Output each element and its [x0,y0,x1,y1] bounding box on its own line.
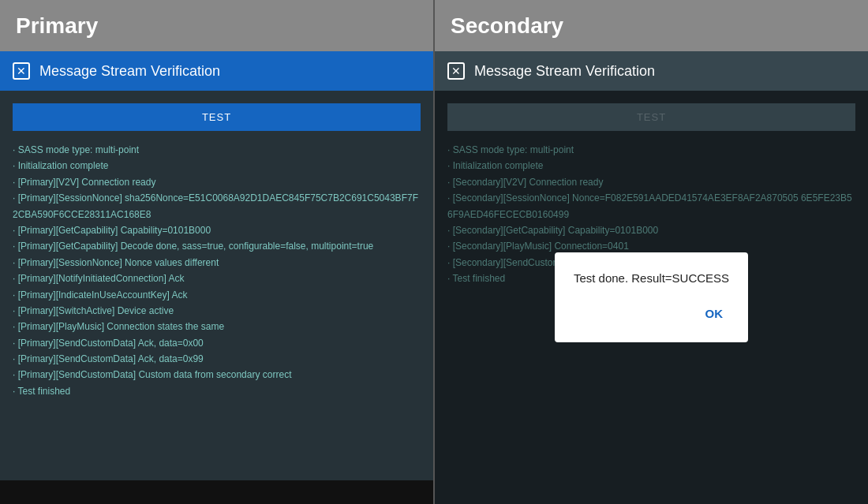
primary-close-button[interactable]: ✕ [13,62,30,80]
primary-dialog: ✕ Message Stream Verification TEST · SAS… [0,51,433,480]
primary-header: Primary [0,0,433,51]
primary-bottom-bar [0,480,433,504]
primary-panel: Primary ✕ Message Stream Verification TE… [0,0,435,504]
primary-dialog-title: Message Stream Verification [39,63,220,80]
secondary-panel: Secondary ✕ Message Stream Verification … [435,0,868,504]
secondary-dialog: ✕ Message Stream Verification TEST · SAS… [435,51,868,504]
primary-title: Primary [16,13,98,39]
secondary-dialog-body: TEST · SASS mode type: multi-point· Init… [435,91,868,504]
secondary-title: Secondary [451,13,563,39]
modal-ok-button[interactable]: OK [699,304,730,323]
modal-box: Test done. Result=SUCCESS OK [555,252,748,342]
modal-overlay: Test done. Result=SUCCESS OK [435,91,868,504]
secondary-dialog-titlebar: ✕ Message Stream Verification [435,51,868,91]
primary-dialog-titlebar: ✕ Message Stream Verification [0,51,433,91]
primary-log-area: · SASS mode type: multi-point· Initializ… [13,142,421,399]
modal-actions: OK [574,304,729,323]
secondary-header: Secondary [435,0,868,51]
primary-dialog-body: TEST · SASS mode type: multi-point· Init… [0,91,433,480]
secondary-close-button[interactable]: ✕ [447,62,465,80]
modal-message: Test done. Result=SUCCESS [574,271,729,285]
secondary-dialog-title: Message Stream Verification [474,63,655,80]
primary-test-button[interactable]: TEST [13,103,421,131]
